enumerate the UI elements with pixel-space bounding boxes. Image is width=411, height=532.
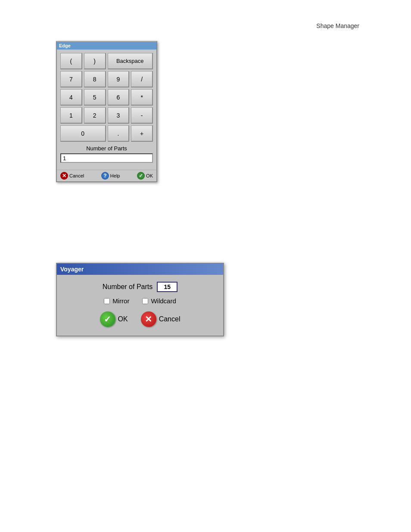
voyager-cancel-icon: ✕ [141,311,156,327]
five-button[interactable]: 5 [84,89,106,106]
voyager-checkboxes-row: Mirror Wildcard [65,297,215,305]
three-button[interactable]: 3 [108,107,130,124]
minus-button[interactable]: - [131,107,153,124]
voyager-cancel-label: Cancel [159,315,181,323]
cancel-icon: ✕ [60,172,68,180]
one-button[interactable]: 1 [60,107,82,124]
voyager-ok-label: OK [118,315,128,323]
multiply-button[interactable]: * [131,89,153,106]
ok-icon: ✓ [137,172,145,180]
voyager-body: Number of Parts Mirror Wildcard ✓ OK ✕ C… [57,275,223,336]
edge-titlebar: Edge [57,42,156,50]
cancel-label: Cancel [69,173,84,178]
edge-body: ( ) Backspace 7 8 9 / 4 5 6 * 1 2 3 - 0 … [57,50,156,170]
number-of-parts-label: Number of Parts [60,145,153,152]
nine-button[interactable]: 9 [108,71,130,87]
voyager-ok-icon: ✓ [100,311,115,327]
wildcard-checkbox-item[interactable]: Wildcard [142,297,176,305]
voyager-ok-button[interactable]: ✓ OK [100,311,128,327]
voyager-parts-row: Number of Parts [65,282,215,292]
two-button[interactable]: 2 [84,107,106,124]
edge-footer: ✕ Cancel ? Help ✓ OK [57,170,156,181]
mirror-checkbox-item[interactable]: Mirror [104,297,129,305]
four-button[interactable]: 4 [60,89,82,106]
number-of-parts-input[interactable] [60,153,153,163]
dot-button[interactable]: . [108,125,130,142]
ok-button[interactable]: ✓ OK [137,172,153,180]
help-label: Help [110,173,120,178]
divide-button[interactable]: / [131,71,153,87]
numpad: ( ) Backspace 7 8 9 / 4 5 6 * 1 2 3 - 0 … [60,53,153,142]
help-icon: ? [101,172,109,180]
help-button[interactable]: ? Help [101,172,120,180]
mirror-checkbox[interactable] [104,298,110,304]
voyager-titlebar: Voyager [57,264,223,275]
ok-label: OK [146,173,153,178]
voyager-parts-label: Number of Parts [103,283,153,291]
wildcard-label: Wildcard [151,297,176,305]
six-button[interactable]: 6 [108,89,130,106]
edge-dialog: Edge ( ) Backspace 7 8 9 / 4 5 6 * 1 2 3… [56,41,157,182]
page-title: Shape Manager [316,22,359,29]
voyager-parts-input[interactable] [157,282,177,292]
cancel-button[interactable]: ✕ Cancel [60,172,84,180]
voyager-cancel-button[interactable]: ✕ Cancel [141,311,181,327]
backspace-button[interactable]: Backspace [108,53,153,69]
zero-button[interactable]: 0 [60,125,106,142]
seven-button[interactable]: 7 [60,71,82,87]
eight-button[interactable]: 8 [84,71,106,87]
voyager-dialog: Voyager Number of Parts Mirror Wildcard … [56,263,224,336]
mirror-label: Mirror [112,297,129,305]
open-paren-button[interactable]: ( [60,53,82,69]
close-paren-button[interactable]: ) [84,53,106,69]
wildcard-checkbox[interactable] [142,298,148,304]
voyager-footer: ✓ OK ✕ Cancel [65,311,215,330]
plus-button[interactable]: + [131,125,153,142]
